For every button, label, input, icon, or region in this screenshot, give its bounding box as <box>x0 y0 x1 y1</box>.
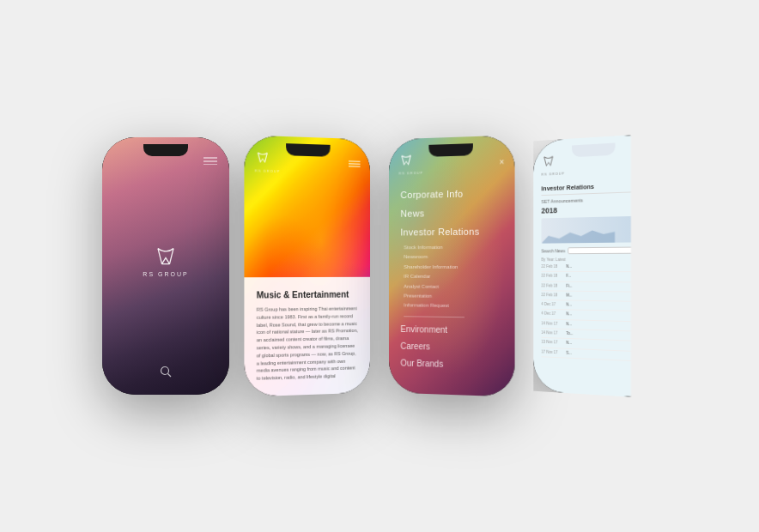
phone-3-nav: Corporate Info News Investor Relations S… <box>389 174 515 384</box>
phone-4-search-row: Search News <box>541 246 647 254</box>
phone-3-notch <box>428 143 472 157</box>
nav-item-investor-relations[interactable]: Investor Relations <box>400 221 502 241</box>
news-text-2: F... <box>566 274 571 279</box>
nav-sub-items: Stock Information Newsroom Shareholder I… <box>400 243 502 312</box>
nav-sub-newsroom[interactable]: Newsroom <box>404 252 502 263</box>
news-date-4: 22 Feb 18 <box>541 293 563 299</box>
scene: RS GROUP <box>0 0 759 532</box>
phone-4-filter-label: By Year: Latest <box>541 257 647 262</box>
phone-3-logo: RS GROUP <box>398 154 422 176</box>
news-text-9: N... <box>566 341 572 346</box>
news-date-1: 22 Feb 18 <box>541 264 563 269</box>
phone-4: RS GROUP Investor Relations SET Announce… <box>533 133 657 398</box>
news-date-10: 17 Nov 17 <box>541 349 563 355</box>
news-date-5: 4 Dec 17 <box>541 302 563 308</box>
phone-2-notch <box>286 143 330 157</box>
phone-4-logo: RS GROUP <box>541 154 564 177</box>
phone-2-title: Music & Entertainment <box>257 289 359 301</box>
nav-sub-request[interactable]: Information Request <box>404 301 502 312</box>
phone-2-logo: RS GROUP <box>255 151 281 173</box>
phone-1-search-icon[interactable] <box>160 366 172 379</box>
phone-2-logo-text: RS GROUP <box>255 168 281 173</box>
news-item-2: 22 Feb 18 F... <box>541 274 647 282</box>
svg-line-8 <box>636 159 648 160</box>
phone-4-news-list: 22 Feb 18 N... 22 Feb 18 F... 22 Feb 18 … <box>541 264 647 362</box>
phone-2-screen: RS GROUP Music & Entertainment RS Group … <box>244 135 370 396</box>
news-item-4: 22 Feb 18 M... <box>541 293 647 302</box>
svg-point-3 <box>161 367 169 375</box>
news-item-6: 4 Dec 17 N... <box>541 311 647 322</box>
news-date-9: 13 Nov 17 <box>541 340 563 346</box>
news-item-10: 17 Nov 17 S... <box>541 349 647 362</box>
phone-1-screen: RS GROUP <box>102 137 229 395</box>
phone-4-announce-header: SET Announcements <box>541 196 647 204</box>
news-date-6: 4 Dec 17 <box>541 311 563 317</box>
phone-4-search-label: Search News <box>541 248 565 253</box>
nav-item-corporate[interactable]: Corporate Info <box>400 184 502 204</box>
phone-3: RS GROUP × Corporate Info News Investor … <box>389 135 515 396</box>
news-text-6: N... <box>566 312 572 317</box>
news-item-3: 22 Feb 18 Fi... <box>541 283 647 293</box>
news-date-8: 14 Nov 17 <box>541 330 563 336</box>
phone-2-menu-icon[interactable] <box>349 160 361 169</box>
phone-3-screen: RS GROUP × Corporate Info News Investor … <box>389 135 515 396</box>
news-date-7: 14 Nov 17 <box>541 321 563 327</box>
nav-item-our-brands[interactable]: Our Brands <box>400 355 502 375</box>
phone-4-section-title: Investor Relations <box>541 180 647 196</box>
nav-sub-calendar[interactable]: IR Calendar <box>404 272 502 282</box>
phone-4-screen: RS GROUP Investor Relations SET Announce… <box>533 133 657 398</box>
nav-item-news[interactable]: News <box>400 203 502 223</box>
phone-4-search-box[interactable] <box>568 246 648 254</box>
news-date-3: 22 Feb 18 <box>541 283 563 288</box>
phone-3-close-button[interactable]: × <box>499 157 504 166</box>
phone-1-brand: RS GROUP <box>143 271 188 277</box>
phone-1-menu-icon[interactable] <box>203 156 217 166</box>
svg-line-10 <box>636 164 648 165</box>
nav-sub-stock[interactable]: Stock Information <box>404 243 502 253</box>
news-text-5: N... <box>566 303 572 308</box>
phone-4-menu-icon[interactable] <box>636 153 648 169</box>
phone-4-year: 2018 <box>541 203 647 215</box>
news-item-5: 4 Dec 17 N... <box>541 302 647 312</box>
phone-2-body: RS Group has been inspiring Thai enterta… <box>257 305 359 382</box>
news-text-7: N... <box>566 322 572 327</box>
phone-4-logo-text: RS GROUP <box>541 172 564 177</box>
phone-3-logo-text: RS GROUP <box>398 171 422 176</box>
phone-1-notch <box>143 144 188 156</box>
news-text-1: N... <box>566 264 572 269</box>
nav-sub-analyst[interactable]: Analyst Contact <box>404 281 502 292</box>
news-text-8: To... <box>566 331 573 336</box>
svg-line-4 <box>168 374 172 378</box>
news-text-10: S... <box>566 350 571 355</box>
phone-2-content-panel: Music & Entertainment RS Group has been … <box>244 277 370 397</box>
nav-sub-shareholder[interactable]: Shareholder Information <box>404 263 502 273</box>
phone-4-chart <box>541 215 647 243</box>
nav-item-environment[interactable]: Environment <box>400 321 502 340</box>
phone-2: RS GROUP Music & Entertainment RS Group … <box>244 135 370 396</box>
nav-divider-1 <box>404 316 465 317</box>
svg-line-9 <box>636 161 648 162</box>
phone-4-content: Investor Relations SET Announcements 201… <box>533 173 657 399</box>
news-item-1: 22 Feb 18 N... <box>541 264 647 273</box>
news-text-4: M... <box>566 293 572 298</box>
phone-1: RS GROUP <box>102 137 229 395</box>
news-date-2: 22 Feb 18 <box>541 274 563 279</box>
news-text-3: Fi... <box>566 283 572 288</box>
